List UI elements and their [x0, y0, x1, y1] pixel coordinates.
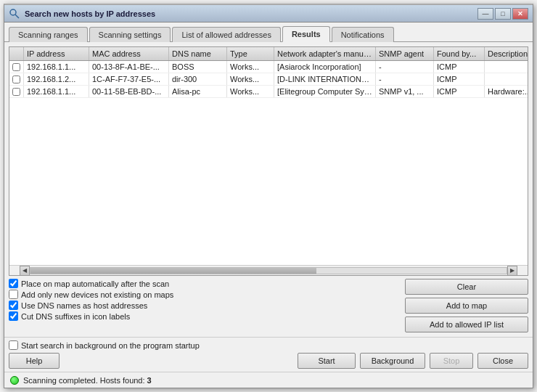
svg-line-1 [15, 15, 19, 18]
content-area: IP address MAC address DNS name Type Net… [4, 42, 533, 337]
start-button[interactable]: Start [298, 353, 356, 369]
tab-notifications[interactable]: Notifications [332, 27, 394, 42]
add-to-allowed-button[interactable]: Add to allowed IP list [405, 317, 528, 332]
row-found-3: ICMP [434, 86, 485, 97]
bottom-section: Start search in background on the progra… [4, 337, 533, 372]
col-mac: MAC address [89, 47, 169, 60]
maximize-button[interactable]: □ [495, 8, 511, 20]
row-checkbox-3[interactable] [9, 86, 24, 97]
table-body: 192.168.1.1... 00-13-8F-A1-BE-... BOSS W… [9, 61, 528, 265]
col-found: Found by... [434, 47, 485, 60]
row-type-2: Works... [227, 73, 274, 85]
col-type: Type [227, 47, 274, 60]
col-desc: Description [485, 47, 528, 60]
scroll-track[interactable] [30, 267, 507, 274]
row-manufacturer-1: [Asiarock Incorporation] [274, 61, 376, 73]
option-place-on-map[interactable]: Place on map automatically after the sca… [9, 279, 399, 288]
row-snmp-3: SNMP v1, ... [376, 86, 434, 97]
window-title: Search new hosts by IP addresses [25, 9, 477, 18]
option-use-dns[interactable]: Use DNS names as host addresses [9, 301, 399, 310]
scroll-thumb[interactable] [30, 268, 316, 274]
help-button[interactable]: Help [9, 353, 60, 369]
scroll-left-arrow[interactable]: ◀ [20, 266, 30, 276]
option-cut-dns[interactable]: Cut DNS suffixes in icon labels [9, 311, 399, 321]
row-found-1: ICMP [434, 61, 485, 73]
col-ip: IP address [24, 47, 89, 60]
status-bar: Scanning completed. Hosts found: 3 [4, 372, 533, 388]
use-dns-checkbox[interactable] [9, 301, 18, 310]
table-row: 192.168.1.2... 1C-AF-F7-37-E5-... dir-30… [9, 73, 528, 86]
row-mac-3: 00-11-5B-EB-BD-... [89, 86, 169, 97]
title-controls: — □ ✕ [477, 8, 528, 20]
row-ip-2: 192.168.1.2... [24, 73, 89, 85]
add-only-new-checkbox[interactable] [9, 290, 18, 299]
row-dns-2: dir-300 [169, 73, 227, 85]
row-ip-3: 192.168.1.1... [24, 86, 89, 97]
row-mac-1: 00-13-8F-A1-BE-... [89, 61, 169, 73]
close-button[interactable]: Close [477, 353, 528, 369]
col-check [9, 47, 24, 60]
action-buttons: Help Start Background Stop Close [9, 353, 528, 369]
status-indicator [10, 376, 19, 385]
row-found-2: ICMP [434, 73, 485, 85]
main-window: Search new hosts by IP addresses — □ ✕ S… [4, 4, 533, 388]
table-header: IP address MAC address DNS name Type Net… [9, 47, 528, 61]
background-button[interactable]: Background [360, 353, 425, 369]
row-dns-1: BOSS [169, 61, 227, 73]
option-add-only-new[interactable]: Add only new devices not existing on map… [9, 290, 399, 299]
row-checkbox-2[interactable] [9, 73, 24, 85]
row-ip-1: 192.168.1.1... [24, 61, 89, 73]
col-snmp: SNMP agent [376, 47, 434, 60]
row-desc-3: Hardware:... [485, 86, 528, 97]
col-manufacturer: Network adapter's manufa... [274, 47, 376, 60]
tab-scanning-settings[interactable]: Scanning settings [89, 27, 171, 42]
options-right: Clear Add to map Add to allowed IP list [405, 279, 528, 332]
row-desc-2 [485, 73, 528, 85]
row-dns-3: Alisa-pc [169, 86, 227, 97]
horizontal-scrollbar: ◀ ▶ [9, 265, 528, 275]
add-to-map-button[interactable]: Add to map [405, 298, 528, 314]
startup-checkbox[interactable] [9, 340, 18, 350]
tab-results[interactable]: Results [282, 26, 330, 42]
tab-scanning-ranges[interactable]: Scanning ranges [9, 27, 88, 42]
row-manufacturer-2: [D-LINK INTERNATIONA... [274, 73, 376, 85]
startup-row: Start search in background on the progra… [9, 340, 528, 350]
table-row: 192.168.1.1... 00-11-5B-EB-BD-... Alisa-… [9, 86, 528, 98]
col-dns: DNS name [169, 47, 227, 60]
minimize-button[interactable]: — [477, 8, 493, 20]
table-row: 192.168.1.1... 00-13-8F-A1-BE-... BOSS W… [9, 61, 528, 73]
title-bar: Search new hosts by IP addresses — □ ✕ [4, 5, 533, 23]
options-area: Place on map automatically after the sca… [9, 279, 528, 332]
row-manufacturer-3: [Elitegroup Computer Syst... [274, 86, 376, 97]
status-text: Scanning completed. Hosts found: 3 [23, 376, 152, 385]
results-table: IP address MAC address DNS name Type Net… [9, 46, 528, 276]
row-desc-1 [485, 61, 528, 73]
cut-dns-checkbox[interactable] [9, 311, 18, 321]
row-checkbox-1[interactable] [9, 61, 24, 73]
app-icon [9, 8, 20, 20]
row-type-1: Works... [227, 61, 274, 73]
clear-button[interactable]: Clear [405, 279, 528, 295]
window-close-button[interactable]: ✕ [512, 8, 528, 20]
tab-list-of-allowed[interactable]: List of allowed addresses [172, 27, 281, 42]
place-on-map-checkbox[interactable] [9, 279, 18, 288]
row-snmp-1: - [376, 61, 434, 73]
row-mac-2: 1C-AF-F7-37-E5-... [89, 73, 169, 85]
svg-point-0 [10, 9, 16, 15]
scroll-right-arrow[interactable]: ▶ [507, 266, 517, 276]
row-type-3: Works... [227, 86, 274, 97]
row-snmp-2: - [376, 73, 434, 85]
options-left: Place on map automatically after the sca… [9, 279, 399, 332]
tab-bar: Scanning ranges Scanning settings List o… [4, 23, 533, 42]
stop-button[interactable]: Stop [430, 353, 473, 369]
